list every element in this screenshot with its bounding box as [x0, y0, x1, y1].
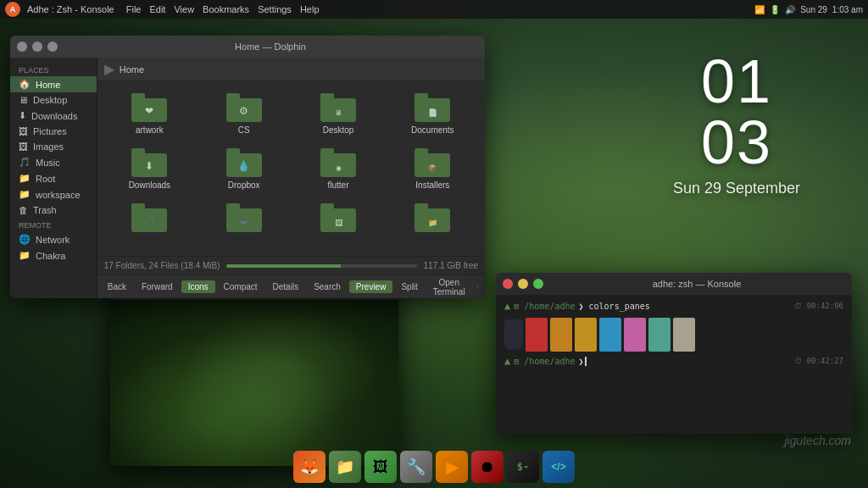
- downloads-icon: ⬇: [19, 110, 26, 121]
- taskbar-title: Adhe : Zsh - Konsole: [27, 4, 114, 14]
- images-icon: 🖼: [19, 141, 28, 152]
- swatch-red: [526, 318, 548, 352]
- network-icon: 🌐: [19, 234, 31, 245]
- clock-hour: 01: [673, 51, 800, 112]
- dolphin-minimize-button[interactable]: [32, 42, 42, 52]
- toolbar-forward-button[interactable]: Forward: [135, 280, 180, 293]
- toolbar-more-icon[interactable]: ›: [474, 280, 481, 293]
- desktop-icon: 🖥: [19, 95, 28, 105]
- dolphin-titlebar: Home — Dolphin: [10, 36, 485, 58]
- file-misc1[interactable]: 🎵: [104, 198, 195, 241]
- menu-edit[interactable]: Edit: [149, 4, 165, 14]
- dock-settings[interactable]: 🔧: [400, 451, 432, 483]
- menu-help[interactable]: Help: [300, 4, 320, 14]
- menu-view[interactable]: View: [174, 4, 194, 14]
- home-icon: 🏠: [19, 79, 31, 90]
- statusbar-free: 117.1 GiB free: [424, 261, 478, 270]
- dolphin-window: Home — Dolphin Places 🏠 Home 🖥 Desktop ⬇…: [10, 36, 485, 298]
- sidebar-item-root[interactable]: 📁 Root: [10, 170, 97, 186]
- arch-logo[interactable]: A: [5, 2, 20, 17]
- menu-settings[interactable]: Settings: [258, 4, 292, 14]
- imageview-canvas: [110, 300, 398, 466]
- sidebar-item-network[interactable]: 🌐 Network: [10, 231, 97, 247]
- swatch-pink: [624, 318, 646, 352]
- trash-icon: 🗑: [19, 205, 28, 215]
- dolphin-sidebar: Places 🏠 Home 🖥 Desktop ⬇ Downloads 🖼 Pi…: [10, 58, 97, 298]
- dolphin-close-button[interactable]: [17, 42, 27, 52]
- toolbar-terminal-button[interactable]: Open Terminal: [426, 276, 472, 298]
- toolbar-icons-button[interactable]: Icons: [181, 280, 215, 293]
- konsole-close-button[interactable]: [503, 279, 513, 289]
- menu-file[interactable]: File: [126, 4, 142, 14]
- toolbar-back-button[interactable]: Back: [101, 280, 133, 293]
- imageview-plant-decoration: [110, 300, 398, 466]
- file-misc4[interactable]: 📁: [387, 198, 478, 241]
- dock-firefox[interactable]: 🦊: [293, 451, 326, 483]
- file-flutter[interactable]: ◉ flutter: [292, 143, 383, 195]
- dolphin-maximize-button[interactable]: [47, 42, 58, 52]
- konsole-line-1: ▲ ⊞ /home/adhe ❯ colors_panes ⏱ 00:42:06: [504, 300, 843, 312]
- konsole-minimize-button[interactable]: [518, 279, 528, 289]
- dock-image-viewer[interactable]: 🖼: [364, 451, 397, 483]
- file-artwork-label: artwork: [136, 125, 164, 135]
- file-installers[interactable]: 📦 Installers: [387, 143, 478, 195]
- dolphin-main: ▶ Home ❤ artwork ⚙ CS 🖥 Desktop: [97, 58, 485, 298]
- sidebar-trash-label: Trash: [33, 205, 57, 215]
- file-documents[interactable]: 📄 Documents: [387, 88, 478, 140]
- toolbar-split-button[interactable]: Split: [394, 280, 424, 293]
- konsole-cmd-1: ❯ colors_panes: [578, 302, 649, 311]
- dock-files[interactable]: 📁: [329, 451, 361, 483]
- dock-vlc[interactable]: ▶: [436, 451, 468, 483]
- sidebar-item-trash[interactable]: 🗑 Trash: [10, 202, 97, 218]
- konsole-time-1: ⏱ 00:42:06: [794, 302, 843, 310]
- toolbar-preview-button[interactable]: Preview: [349, 280, 393, 293]
- konsole-maximize-button[interactable]: [533, 279, 543, 289]
- swatch-blue: [599, 318, 621, 352]
- sidebar-item-chakra[interactable]: 📁 Chakra: [10, 247, 97, 263]
- file-dropbox[interactable]: 💧 Dropbox: [198, 143, 289, 195]
- network-icon: 📶: [754, 5, 765, 14]
- sidebar-item-downloads[interactable]: ⬇ Downloads: [10, 108, 97, 124]
- clock-widget: 01 03 Sun 29 September: [673, 51, 800, 197]
- toolbar-details-button[interactable]: Details: [266, 280, 306, 293]
- menu-bookmarks[interactable]: Bookmarks: [203, 4, 249, 14]
- toolbar-search-button[interactable]: Search: [307, 280, 348, 293]
- konsole-line-2: ▲ ⊞ /home/adhe ❯ ⏱ 00:42:27: [504, 355, 843, 367]
- file-cs-label: CS: [238, 125, 250, 135]
- sidebar-item-desktop[interactable]: 🖥 Desktop: [10, 92, 97, 108]
- dolphin-body: Places 🏠 Home 🖥 Desktop ⬇ Downloads 🖼 Pi…: [10, 58, 485, 298]
- color-swatches: [504, 314, 843, 355]
- konsole-body[interactable]: ▲ ⊞ /home/adhe ❯ colors_panes ⏱ 00:42:06…: [496, 295, 852, 434]
- konsole-window: adhe: zsh — Konsole ▲ ⊞ /home/adhe ❯ col…: [496, 273, 852, 434]
- file-misc3[interactable]: 🖼: [292, 198, 383, 241]
- file-downloads[interactable]: ⬇ Downloads: [104, 143, 195, 195]
- file-misc2[interactable]: 🎮: [198, 198, 289, 241]
- swatch-dark: [504, 319, 523, 350]
- dock-vscode[interactable]: </>: [542, 451, 575, 483]
- imageview-window: wall.jpg (5760x3840) 5%: [110, 280, 398, 466]
- dolphin-title: Home — Dolphin: [63, 42, 478, 52]
- places-label: Places: [10, 63, 97, 76]
- file-dropbox-label: Dropbox: [228, 180, 260, 190]
- file-cs[interactable]: ⚙ CS: [198, 88, 289, 140]
- konsole-time-2: ⏱ 00:42:27: [794, 357, 843, 365]
- music-icon: 🎵: [19, 157, 31, 168]
- clock-minute: 03: [673, 112, 800, 173]
- taskbar-date: Sun 29: [800, 5, 827, 14]
- dock-terminal[interactable]: $-: [507, 451, 539, 483]
- sidebar-item-images[interactable]: 🖼 Images: [10, 139, 97, 154]
- sidebar-item-music[interactable]: 🎵 Music: [10, 154, 97, 170]
- sidebar-images-label: Images: [33, 141, 64, 152]
- konsole-title: adhe: zsh — Konsole: [548, 279, 845, 289]
- taskbar: A Adhe : Zsh - Konsole File Edit View Bo…: [0, 0, 868, 19]
- sidebar-item-workspace[interactable]: 📁 workspace: [10, 186, 97, 202]
- sidebar-item-pictures[interactable]: 🖼 Pictures: [10, 124, 97, 139]
- storage-progress-bar: [226, 264, 416, 268]
- dock-record[interactable]: ⏺: [471, 451, 504, 483]
- sidebar-pictures-label: Pictures: [33, 126, 67, 136]
- prompt-arrow-1: ▲: [504, 300, 510, 312]
- file-desktop[interactable]: 🖥 Desktop: [292, 88, 383, 140]
- sidebar-item-home[interactable]: 🏠 Home: [10, 76, 97, 92]
- toolbar-compact-button[interactable]: Compact: [217, 280, 264, 293]
- file-artwork[interactable]: ❤ artwork: [104, 88, 195, 140]
